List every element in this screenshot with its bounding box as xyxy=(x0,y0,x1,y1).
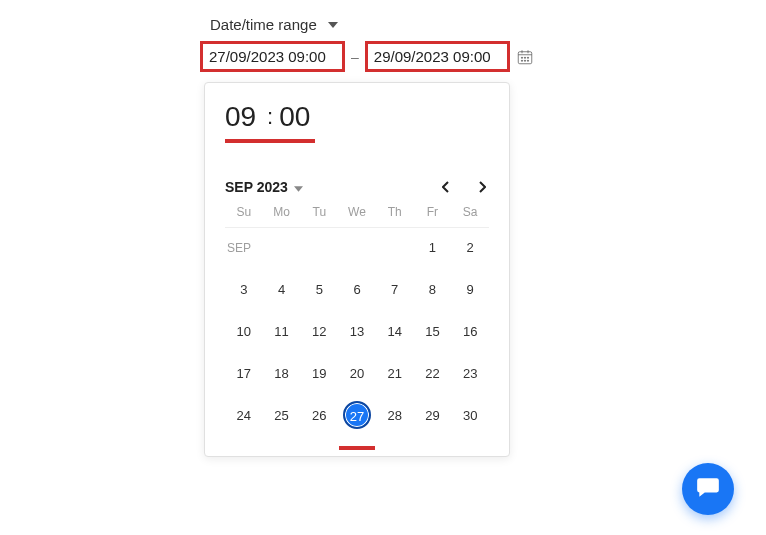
day-cell[interactable]: 29 xyxy=(414,404,452,428)
month-label-text: SEP 2023 xyxy=(225,179,288,195)
day-cell[interactable]: 23 xyxy=(451,362,489,386)
day-cell[interactable]: 27 xyxy=(338,404,376,428)
day-cell[interactable]: 30 xyxy=(451,404,489,428)
day-cell[interactable]: 24 xyxy=(225,404,263,428)
range-label-row[interactable]: Date/time range xyxy=(200,16,766,33)
day-cell[interactable]: 25 xyxy=(263,404,301,428)
blank-cell xyxy=(338,236,376,260)
weekday-sa: Sa xyxy=(451,205,489,219)
annotation-underline xyxy=(339,446,375,450)
weekday-su: Su xyxy=(225,205,263,219)
start-date-input[interactable]: 27/09/2023 09:00 xyxy=(200,41,345,72)
blank-cell xyxy=(300,236,338,260)
date-range-inputs: 27/09/2023 09:00 – 29/09/2023 09:00 xyxy=(200,41,766,72)
day-cell[interactable]: 7 xyxy=(376,278,414,302)
day-cell[interactable]: 5 xyxy=(300,278,338,302)
month-short-label: SEP xyxy=(225,236,263,260)
day-cell[interactable]: 18 xyxy=(263,362,301,386)
weekday-th: Th xyxy=(376,205,414,219)
annotation-underline xyxy=(225,139,315,143)
day-cell[interactable]: 26 xyxy=(300,404,338,428)
prev-month-button[interactable] xyxy=(439,180,453,194)
day-cell[interactable]: 15 xyxy=(414,320,452,344)
day-cell[interactable]: 20 xyxy=(338,362,376,386)
weekday-tu: Tu xyxy=(300,205,338,219)
time-picker: 09 : 00 xyxy=(225,101,489,149)
weekday-mo: Mo xyxy=(263,205,301,219)
calendar-grid: SEP1234567891011121314151617181920212223… xyxy=(225,236,489,428)
weekday-header: Su Mo Tu We Th Fr Sa xyxy=(225,205,489,228)
svg-point-6 xyxy=(527,57,528,58)
day-cell[interactable]: 21 xyxy=(376,362,414,386)
day-cell[interactable]: 11 xyxy=(263,320,301,344)
svg-point-4 xyxy=(521,57,522,58)
end-date-input[interactable]: 29/09/2023 09:00 xyxy=(365,41,510,72)
weekday-fr: Fr xyxy=(414,205,452,219)
day-cell[interactable]: 1 xyxy=(414,236,452,260)
weekday-we: We xyxy=(338,205,376,219)
blank-cell xyxy=(263,236,301,260)
svg-point-7 xyxy=(521,60,522,61)
svg-point-5 xyxy=(524,57,525,58)
day-cell[interactable]: 12 xyxy=(300,320,338,344)
blank-cell xyxy=(376,236,414,260)
day-cell[interactable]: 9 xyxy=(451,278,489,302)
chat-button[interactable] xyxy=(682,463,734,515)
range-label: Date/time range xyxy=(210,16,317,33)
day-cell[interactable]: 22 xyxy=(414,362,452,386)
day-cell[interactable]: 16 xyxy=(451,320,489,344)
time-hours[interactable]: 09 xyxy=(225,101,261,133)
range-separator: – xyxy=(351,49,359,65)
chevron-down-icon xyxy=(327,19,339,31)
time-colon: : xyxy=(267,104,273,130)
next-month-button[interactable] xyxy=(475,180,489,194)
month-selector[interactable]: SEP 2023 xyxy=(225,179,303,195)
day-cell[interactable]: 10 xyxy=(225,320,263,344)
svg-point-9 xyxy=(527,60,528,61)
calendar-icon[interactable] xyxy=(516,48,534,66)
day-cell[interactable]: 8 xyxy=(414,278,452,302)
day-cell[interactable]: 19 xyxy=(300,362,338,386)
day-cell[interactable]: 28 xyxy=(376,404,414,428)
day-cell[interactable]: 6 xyxy=(338,278,376,302)
datetime-popover: 09 : 00 SEP 2023 Su Mo xyxy=(204,82,510,457)
triangle-down-icon xyxy=(294,179,303,195)
month-header: SEP 2023 xyxy=(225,179,489,195)
day-cell[interactable]: 4 xyxy=(263,278,301,302)
month-nav xyxy=(439,180,489,194)
chat-icon xyxy=(695,474,721,504)
time-minutes[interactable]: 00 xyxy=(279,101,315,133)
day-cell[interactable]: 2 xyxy=(451,236,489,260)
svg-point-8 xyxy=(524,60,525,61)
day-cell[interactable]: 3 xyxy=(225,278,263,302)
day-cell[interactable]: 14 xyxy=(376,320,414,344)
day-cell[interactable]: 13 xyxy=(338,320,376,344)
day-cell[interactable]: 17 xyxy=(225,362,263,386)
